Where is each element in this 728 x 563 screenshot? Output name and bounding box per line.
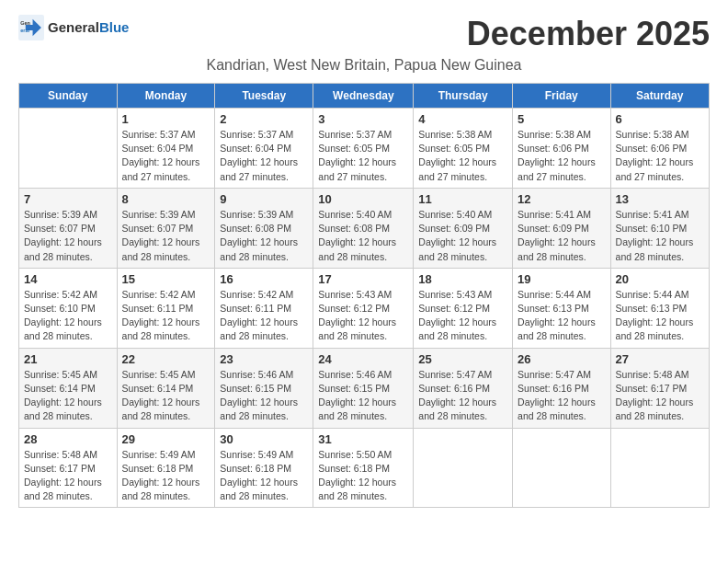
day-detail: Sunrise: 5:46 AM Sunset: 6:15 PM Dayligh… bbox=[318, 368, 408, 424]
calendar-cell: 23Sunrise: 5:46 AM Sunset: 6:15 PM Dayli… bbox=[215, 348, 313, 428]
day-detail: Sunrise: 5:37 AM Sunset: 6:04 PM Dayligh… bbox=[220, 128, 308, 184]
day-detail: Sunrise: 5:45 AM Sunset: 6:14 PM Dayligh… bbox=[122, 368, 210, 424]
calendar-cell: 2Sunrise: 5:37 AM Sunset: 6:04 PM Daylig… bbox=[215, 109, 313, 189]
day-detail: Sunrise: 5:44 AM Sunset: 6:13 PM Dayligh… bbox=[616, 288, 704, 344]
day-detail: Sunrise: 5:41 AM Sunset: 6:09 PM Dayligh… bbox=[518, 208, 606, 264]
day-detail: Sunrise: 5:43 AM Sunset: 6:12 PM Dayligh… bbox=[418, 288, 507, 344]
day-number: 26 bbox=[518, 352, 606, 366]
day-number: 14 bbox=[24, 272, 112, 286]
day-detail: Sunrise: 5:42 AM Sunset: 6:11 PM Dayligh… bbox=[220, 288, 308, 344]
day-detail: Sunrise: 5:37 AM Sunset: 6:05 PM Dayligh… bbox=[318, 128, 408, 184]
day-number: 13 bbox=[616, 192, 704, 206]
calendar-cell: 16Sunrise: 5:42 AM Sunset: 6:11 PM Dayli… bbox=[215, 268, 313, 348]
calendar-cell: 6Sunrise: 5:38 AM Sunset: 6:06 PM Daylig… bbox=[610, 109, 709, 189]
location-subtitle: Kandrian, West New Britain, Papua New Gu… bbox=[18, 57, 710, 74]
day-of-week-header: Saturday bbox=[610, 84, 709, 109]
calendar-cell: 30Sunrise: 5:49 AM Sunset: 6:18 PM Dayli… bbox=[215, 428, 313, 508]
calendar-cell: 20Sunrise: 5:44 AM Sunset: 6:13 PM Dayli… bbox=[610, 268, 709, 348]
calendar-cell: 13Sunrise: 5:41 AM Sunset: 6:10 PM Dayli… bbox=[610, 188, 709, 268]
calendar-cell bbox=[19, 109, 118, 189]
day-number: 27 bbox=[616, 352, 704, 366]
calendar-cell: 29Sunrise: 5:49 AM Sunset: 6:18 PM Dayli… bbox=[117, 428, 215, 508]
day-number: 18 bbox=[418, 272, 507, 286]
calendar-cell: 17Sunrise: 5:43 AM Sunset: 6:12 PM Dayli… bbox=[313, 268, 414, 348]
day-detail: Sunrise: 5:49 AM Sunset: 6:18 PM Dayligh… bbox=[122, 448, 210, 504]
calendar-cell: 10Sunrise: 5:40 AM Sunset: 6:08 PM Dayli… bbox=[313, 188, 414, 268]
day-detail: Sunrise: 5:41 AM Sunset: 6:10 PM Dayligh… bbox=[616, 208, 704, 264]
month-title: December 2025 bbox=[467, 15, 710, 53]
day-detail: Sunrise: 5:39 AM Sunset: 6:07 PM Dayligh… bbox=[24, 208, 112, 264]
day-number: 9 bbox=[220, 192, 308, 206]
calendar-cell: 3Sunrise: 5:37 AM Sunset: 6:05 PM Daylig… bbox=[313, 109, 414, 189]
day-number: 10 bbox=[318, 192, 408, 206]
day-number: 30 bbox=[220, 432, 308, 446]
day-number: 31 bbox=[318, 432, 408, 446]
calendar-cell: 11Sunrise: 5:40 AM Sunset: 6:09 PM Dayli… bbox=[414, 188, 513, 268]
calendar-cell: 25Sunrise: 5:47 AM Sunset: 6:16 PM Dayli… bbox=[414, 348, 513, 428]
day-detail: Sunrise: 5:37 AM Sunset: 6:04 PM Dayligh… bbox=[122, 128, 210, 184]
day-detail: Sunrise: 5:39 AM Sunset: 6:07 PM Dayligh… bbox=[122, 208, 210, 264]
calendar-cell: 27Sunrise: 5:48 AM Sunset: 6:17 PM Dayli… bbox=[610, 348, 709, 428]
logo-icon: Gen eral bbox=[18, 15, 44, 40]
calendar-cell: 21Sunrise: 5:45 AM Sunset: 6:14 PM Dayli… bbox=[19, 348, 118, 428]
day-number: 15 bbox=[122, 272, 210, 286]
day-detail: Sunrise: 5:40 AM Sunset: 6:08 PM Dayligh… bbox=[318, 208, 408, 264]
day-detail: Sunrise: 5:39 AM Sunset: 6:08 PM Dayligh… bbox=[220, 208, 308, 264]
day-of-week-header: Thursday bbox=[414, 84, 513, 109]
day-of-week-header: Friday bbox=[513, 84, 611, 109]
day-detail: Sunrise: 5:48 AM Sunset: 6:17 PM Dayligh… bbox=[616, 368, 704, 424]
day-number: 29 bbox=[122, 432, 210, 446]
calendar-body: 1Sunrise: 5:37 AM Sunset: 6:04 PM Daylig… bbox=[19, 109, 710, 508]
day-detail: Sunrise: 5:44 AM Sunset: 6:13 PM Dayligh… bbox=[518, 288, 606, 344]
day-detail: Sunrise: 5:38 AM Sunset: 6:06 PM Dayligh… bbox=[616, 128, 704, 184]
day-detail: Sunrise: 5:40 AM Sunset: 6:09 PM Dayligh… bbox=[418, 208, 507, 264]
day-number: 3 bbox=[318, 112, 408, 126]
day-of-week-header: Monday bbox=[117, 84, 215, 109]
calendar-cell: 14Sunrise: 5:42 AM Sunset: 6:10 PM Dayli… bbox=[19, 268, 118, 348]
day-detail: Sunrise: 5:49 AM Sunset: 6:18 PM Dayligh… bbox=[220, 448, 308, 504]
day-number: 22 bbox=[122, 352, 210, 366]
calendar-cell: 7Sunrise: 5:39 AM Sunset: 6:07 PM Daylig… bbox=[19, 188, 118, 268]
calendar-cell: 5Sunrise: 5:38 AM Sunset: 6:06 PM Daylig… bbox=[513, 109, 611, 189]
day-detail: Sunrise: 5:46 AM Sunset: 6:15 PM Dayligh… bbox=[220, 368, 308, 424]
calendar-header-row: SundayMondayTuesdayWednesdayThursdayFrid… bbox=[19, 84, 710, 109]
day-detail: Sunrise: 5:50 AM Sunset: 6:18 PM Dayligh… bbox=[318, 448, 408, 504]
day-number: 17 bbox=[318, 272, 408, 286]
calendar-cell: 9Sunrise: 5:39 AM Sunset: 6:08 PM Daylig… bbox=[215, 188, 313, 268]
calendar-cell: 24Sunrise: 5:46 AM Sunset: 6:15 PM Dayli… bbox=[313, 348, 414, 428]
day-detail: Sunrise: 5:43 AM Sunset: 6:12 PM Dayligh… bbox=[318, 288, 408, 344]
calendar-week-row: 28Sunrise: 5:48 AM Sunset: 6:17 PM Dayli… bbox=[19, 428, 710, 508]
calendar-cell: 8Sunrise: 5:39 AM Sunset: 6:07 PM Daylig… bbox=[117, 188, 215, 268]
calendar-cell: 19Sunrise: 5:44 AM Sunset: 6:13 PM Dayli… bbox=[513, 268, 611, 348]
day-number: 20 bbox=[616, 272, 704, 286]
calendar-cell: 22Sunrise: 5:45 AM Sunset: 6:14 PM Dayli… bbox=[117, 348, 215, 428]
calendar-cell bbox=[513, 428, 611, 508]
calendar-week-row: 21Sunrise: 5:45 AM Sunset: 6:14 PM Dayli… bbox=[19, 348, 710, 428]
calendar-cell bbox=[610, 428, 709, 508]
day-detail: Sunrise: 5:47 AM Sunset: 6:16 PM Dayligh… bbox=[418, 368, 507, 424]
day-number: 2 bbox=[220, 112, 308, 126]
day-number: 7 bbox=[24, 192, 112, 206]
calendar-cell: 26Sunrise: 5:47 AM Sunset: 6:16 PM Dayli… bbox=[513, 348, 611, 428]
day-number: 28 bbox=[24, 432, 112, 446]
calendar-cell bbox=[414, 428, 513, 508]
day-number: 6 bbox=[616, 112, 704, 126]
svg-text:Gen: Gen bbox=[20, 20, 30, 26]
page-header: Gen eral GeneralBlue December 2025 bbox=[18, 15, 710, 53]
day-detail: Sunrise: 5:45 AM Sunset: 6:14 PM Dayligh… bbox=[24, 368, 112, 424]
day-number: 25 bbox=[418, 352, 507, 366]
day-detail: Sunrise: 5:48 AM Sunset: 6:17 PM Dayligh… bbox=[24, 448, 112, 504]
calendar-week-row: 7Sunrise: 5:39 AM Sunset: 6:07 PM Daylig… bbox=[19, 188, 710, 268]
day-number: 5 bbox=[518, 112, 606, 126]
logo: Gen eral GeneralBlue bbox=[18, 15, 129, 40]
day-number: 21 bbox=[24, 352, 112, 366]
calendar-week-row: 14Sunrise: 5:42 AM Sunset: 6:10 PM Dayli… bbox=[19, 268, 710, 348]
day-detail: Sunrise: 5:38 AM Sunset: 6:05 PM Dayligh… bbox=[418, 128, 507, 184]
day-number: 16 bbox=[220, 272, 308, 286]
logo-text: GeneralBlue bbox=[48, 19, 129, 36]
day-of-week-header: Tuesday bbox=[215, 84, 313, 109]
day-detail: Sunrise: 5:42 AM Sunset: 6:10 PM Dayligh… bbox=[24, 288, 112, 344]
calendar-cell: 18Sunrise: 5:43 AM Sunset: 6:12 PM Dayli… bbox=[414, 268, 513, 348]
calendar-cell: 28Sunrise: 5:48 AM Sunset: 6:17 PM Dayli… bbox=[19, 428, 118, 508]
svg-text:eral: eral bbox=[20, 28, 29, 33]
